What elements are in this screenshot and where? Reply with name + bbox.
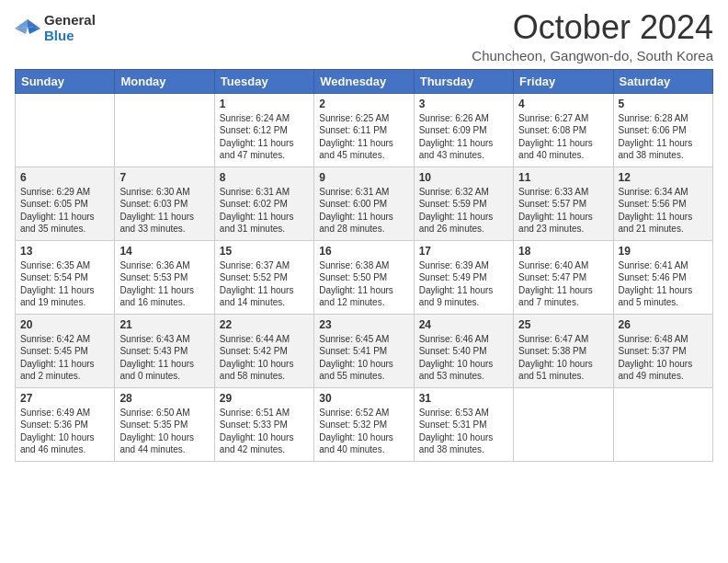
calendar-week-3: 13Sunrise: 6:35 AM Sunset: 5:54 PM Dayli… (16, 240, 713, 314)
calendar-cell (514, 387, 613, 461)
calendar-cell: 2Sunrise: 6:25 AM Sunset: 6:11 PM Daylig… (314, 93, 414, 167)
calendar-cell: 25Sunrise: 6:47 AM Sunset: 5:38 PM Dayli… (514, 314, 613, 387)
day-number: 12 (619, 171, 708, 184)
day-info: Sunrise: 6:50 AM Sunset: 5:35 PM Dayligh… (119, 407, 209, 456)
col-wednesday: Wednesday (314, 69, 414, 93)
calendar-cell: 19Sunrise: 6:41 AM Sunset: 5:46 PM Dayli… (613, 240, 712, 314)
day-number: 11 (518, 171, 608, 184)
col-saturday: Saturday (613, 69, 712, 93)
col-friday: Friday (514, 69, 613, 93)
day-info: Sunrise: 6:24 AM Sunset: 6:12 PM Dayligh… (220, 112, 309, 162)
calendar-table: Sunday Monday Tuesday Wednesday Thursday… (15, 69, 713, 462)
calendar-cell: 12Sunrise: 6:34 AM Sunset: 5:56 PM Dayli… (613, 167, 712, 240)
logo-text: General Blue (44, 13, 96, 43)
col-thursday: Thursday (414, 69, 513, 93)
calendar-cell: 1Sunrise: 6:24 AM Sunset: 6:12 PM Daylig… (214, 93, 313, 167)
day-info: Sunrise: 6:35 AM Sunset: 5:54 PM Dayligh… (20, 259, 109, 309)
calendar-cell: 22Sunrise: 6:44 AM Sunset: 5:42 PM Dayli… (214, 314, 313, 387)
calendar-cell: 11Sunrise: 6:33 AM Sunset: 5:57 PM Dayli… (514, 167, 613, 240)
day-number: 26 (619, 318, 708, 331)
calendar-cell: 13Sunrise: 6:35 AM Sunset: 5:54 PM Dayli… (16, 240, 115, 314)
calendar-cell: 14Sunrise: 6:36 AM Sunset: 5:53 PM Dayli… (115, 240, 214, 314)
title-block: October 2024 Chuncheon, Gangwon-do, Sout… (472, 9, 713, 63)
day-number: 24 (419, 318, 508, 331)
month-title: October 2024 (472, 9, 713, 46)
day-info: Sunrise: 6:45 AM Sunset: 5:41 PM Dayligh… (319, 333, 408, 383)
day-info: Sunrise: 6:31 AM Sunset: 6:02 PM Dayligh… (220, 186, 309, 236)
calendar-cell (115, 93, 214, 167)
calendar-cell: 30Sunrise: 6:52 AM Sunset: 5:32 PM Dayli… (314, 387, 414, 461)
day-info: Sunrise: 6:26 AM Sunset: 6:09 PM Dayligh… (419, 112, 508, 162)
day-number: 15 (220, 245, 309, 258)
calendar-cell: 31Sunrise: 6:53 AM Sunset: 5:31 PM Dayli… (414, 387, 513, 461)
day-number: 16 (319, 245, 408, 258)
day-info: Sunrise: 6:29 AM Sunset: 6:05 PM Dayligh… (20, 186, 109, 236)
calendar-cell: 29Sunrise: 6:51 AM Sunset: 5:33 PM Dayli… (214, 387, 313, 461)
day-info: Sunrise: 6:31 AM Sunset: 6:00 PM Dayligh… (319, 186, 408, 236)
calendar-cell: 16Sunrise: 6:38 AM Sunset: 5:50 PM Dayli… (314, 240, 414, 314)
day-info: Sunrise: 6:39 AM Sunset: 5:49 PM Dayligh… (419, 259, 508, 309)
day-info: Sunrise: 6:51 AM Sunset: 5:33 PM Dayligh… (220, 407, 309, 456)
day-info: Sunrise: 6:42 AM Sunset: 5:45 PM Dayligh… (20, 333, 109, 383)
calendar-week-5: 27Sunrise: 6:49 AM Sunset: 5:36 PM Dayli… (16, 387, 713, 461)
day-number: 2 (319, 98, 408, 110)
day-number: 29 (220, 392, 309, 405)
day-number: 14 (119, 245, 209, 258)
day-number: 1 (220, 98, 309, 110)
day-info: Sunrise: 6:43 AM Sunset: 5:43 PM Dayligh… (119, 333, 209, 383)
calendar-body: 1Sunrise: 6:24 AM Sunset: 6:12 PM Daylig… (16, 93, 713, 461)
calendar-cell: 10Sunrise: 6:32 AM Sunset: 5:59 PM Dayli… (414, 167, 513, 240)
day-number: 25 (518, 318, 608, 331)
calendar-cell: 5Sunrise: 6:28 AM Sunset: 6:06 PM Daylig… (613, 93, 712, 167)
day-number: 21 (119, 318, 209, 331)
calendar-cell: 18Sunrise: 6:40 AM Sunset: 5:47 PM Dayli… (514, 240, 613, 314)
calendar-cell: 7Sunrise: 6:30 AM Sunset: 6:03 PM Daylig… (115, 167, 214, 240)
day-number: 22 (220, 318, 309, 331)
day-number: 7 (119, 171, 209, 184)
day-number: 8 (220, 171, 309, 184)
day-number: 30 (319, 392, 408, 405)
calendar-cell: 15Sunrise: 6:37 AM Sunset: 5:52 PM Dayli… (214, 240, 313, 314)
header: General Blue October 2024 Chuncheon, Gan… (15, 9, 713, 63)
day-info: Sunrise: 6:37 AM Sunset: 5:52 PM Dayligh… (220, 259, 309, 309)
calendar-cell: 3Sunrise: 6:26 AM Sunset: 6:09 PM Daylig… (414, 93, 513, 167)
calendar-cell: 17Sunrise: 6:39 AM Sunset: 5:49 PM Dayli… (414, 240, 513, 314)
day-number: 13 (20, 245, 109, 258)
page: General Blue October 2024 Chuncheon, Gan… (0, 0, 728, 563)
day-number: 18 (518, 245, 608, 258)
calendar-cell: 9Sunrise: 6:31 AM Sunset: 6:00 PM Daylig… (314, 167, 414, 240)
calendar-cell (16, 93, 115, 167)
day-number: 3 (419, 98, 508, 110)
day-number: 31 (419, 392, 508, 405)
calendar-week-1: 1Sunrise: 6:24 AM Sunset: 6:12 PM Daylig… (16, 93, 713, 167)
col-sunday: Sunday (16, 69, 115, 93)
col-monday: Monday (115, 69, 214, 93)
calendar-header: Sunday Monday Tuesday Wednesday Thursday… (16, 69, 713, 93)
calendar-week-4: 20Sunrise: 6:42 AM Sunset: 5:45 PM Dayli… (16, 314, 713, 387)
calendar-cell: 27Sunrise: 6:49 AM Sunset: 5:36 PM Dayli… (16, 387, 115, 461)
calendar-cell (613, 387, 712, 461)
day-number: 5 (619, 98, 708, 110)
day-info: Sunrise: 6:40 AM Sunset: 5:47 PM Dayligh… (518, 259, 608, 309)
day-info: Sunrise: 6:47 AM Sunset: 5:38 PM Dayligh… (518, 333, 608, 383)
day-info: Sunrise: 6:34 AM Sunset: 5:56 PM Dayligh… (619, 186, 708, 236)
header-row: Sunday Monday Tuesday Wednesday Thursday… (16, 69, 713, 93)
day-info: Sunrise: 6:33 AM Sunset: 5:57 PM Dayligh… (518, 186, 608, 236)
calendar-cell: 20Sunrise: 6:42 AM Sunset: 5:45 PM Dayli… (16, 314, 115, 387)
day-info: Sunrise: 6:36 AM Sunset: 5:53 PM Dayligh… (119, 259, 209, 309)
day-number: 10 (419, 171, 508, 184)
day-info: Sunrise: 6:44 AM Sunset: 5:42 PM Dayligh… (220, 333, 309, 383)
day-number: 23 (319, 318, 408, 331)
day-number: 28 (119, 392, 209, 405)
day-number: 20 (20, 318, 109, 331)
day-number: 19 (619, 245, 708, 258)
calendar-cell: 4Sunrise: 6:27 AM Sunset: 6:08 PM Daylig… (514, 93, 613, 167)
day-info: Sunrise: 6:38 AM Sunset: 5:50 PM Dayligh… (319, 259, 408, 309)
logo: General Blue (15, 13, 96, 43)
day-info: Sunrise: 6:27 AM Sunset: 6:08 PM Dayligh… (518, 112, 608, 162)
calendar-cell: 6Sunrise: 6:29 AM Sunset: 6:05 PM Daylig… (16, 167, 115, 240)
logo-blue: Blue (44, 29, 96, 44)
calendar-week-2: 6Sunrise: 6:29 AM Sunset: 6:05 PM Daylig… (16, 167, 713, 240)
day-info: Sunrise: 6:28 AM Sunset: 6:06 PM Dayligh… (619, 112, 708, 162)
day-info: Sunrise: 6:52 AM Sunset: 5:32 PM Dayligh… (319, 407, 408, 456)
